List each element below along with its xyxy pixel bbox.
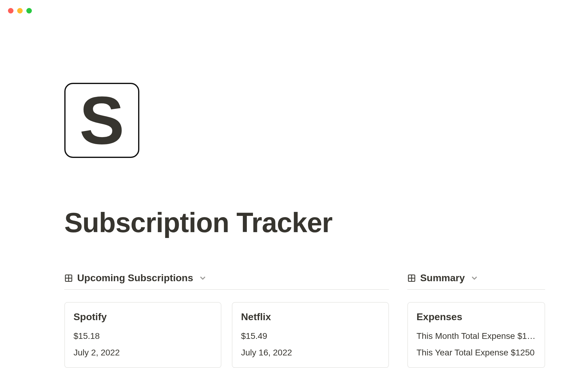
summary-section-label: Summary [420, 272, 465, 284]
window-traffic-lights [8, 8, 32, 13]
upcoming-column: Upcoming Subscriptions Spotify $15.18 Ju… [64, 272, 389, 368]
summary-section-header[interactable]: Summary [407, 272, 545, 290]
summary-card[interactable]: Expenses This Month Total Expense $122.…… [407, 302, 545, 368]
subscription-price: $15.49 [241, 331, 380, 341]
upcoming-section-label: Upcoming Subscriptions [77, 272, 193, 284]
subscription-card[interactable]: Spotify $15.18 July 2, 2022 [64, 302, 221, 368]
subscription-name: Netflix [241, 311, 380, 323]
summary-card-title: Expenses [417, 311, 536, 323]
gallery-view-icon [64, 274, 73, 282]
summary-column: Summary Expenses This Month Total Expens… [407, 272, 545, 368]
page-content: S Subscription Tracker Upcoming Subscrip… [64, 83, 557, 368]
page-title: Subscription Tracker [64, 207, 557, 239]
subscription-name: Spotify [74, 311, 212, 323]
summary-year-expense: This Year Total Expense $1250 [417, 348, 536, 358]
gallery-view-icon [407, 274, 416, 282]
window-minimize-button[interactable] [17, 8, 23, 13]
window-close-button[interactable] [8, 8, 13, 13]
page-icon-letter: S [79, 87, 124, 154]
subscription-price: $15.18 [74, 331, 212, 341]
columns: Upcoming Subscriptions Spotify $15.18 Ju… [64, 272, 557, 368]
summary-month-expense: This Month Total Expense $122.… [417, 331, 536, 341]
chevron-down-icon [470, 274, 478, 282]
subscription-date: July 2, 2022 [74, 348, 212, 358]
window-zoom-button[interactable] [26, 8, 32, 13]
subscription-card[interactable]: Netflix $15.49 July 16, 2022 [232, 302, 389, 368]
chevron-down-icon [199, 274, 207, 282]
upcoming-cards-row: Spotify $15.18 July 2, 2022 Netflix $15.… [64, 302, 389, 368]
upcoming-section-header[interactable]: Upcoming Subscriptions [64, 272, 389, 290]
subscription-date: July 16, 2022 [241, 348, 380, 358]
page-icon[interactable]: S [64, 83, 139, 158]
